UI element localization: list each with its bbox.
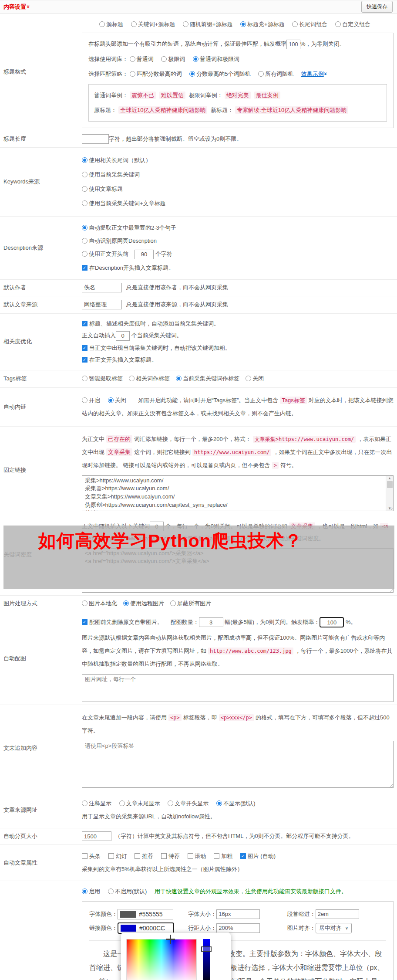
scroll-up-icon[interactable]: ▲ [388,476,391,480]
section-article-attrs: 自动文章属性 头条 幻灯 推荐 特荐 滚动 加粗 图片 (自动) 采集到的文章有… [0,845,397,881]
radio-strat-all-random[interactable]: 所有词随机 [258,69,293,79]
font-size-input[interactable] [216,909,260,919]
radio-smart-tags[interactable]: 智能提取标签 [82,375,123,383]
image-align-select[interactable]: 居中对齐∨ [316,923,352,933]
section-append-content: 文末追加内容 在文章末尾追加一段内容，请使用<p>标签段落，即<p>xxx</p… [0,705,397,792]
line-height-input[interactable] [216,923,260,933]
radio-custom-combo[interactable]: 自定义组合 [335,20,370,29]
section-keyword-density: 关键词密度 正文中随机插入以下关键词 个，每行一个，为0则关闭。可以是单独的词语… [0,514,397,596]
radio-layout-off[interactable]: 不启用(默认) [108,886,147,897]
font-color-input[interactable] [138,910,173,918]
radio-keyword-source-title[interactable]: 关键词+源标题 [131,20,175,29]
default-author-input[interactable] [82,283,122,292]
fixed-links-textarea[interactable]: 采集>https://www.ucaiyun.com/ 采集器>https://… [82,476,386,511]
checkbox-bold-keyword[interactable]: 当正文中出现当前采集关键词时，自动把该关键词加粗。 [82,344,231,353]
section-label: 固定链接 [3,429,55,511]
checkbox-attr-slide[interactable]: 幻灯 [108,852,127,861]
title-length-input[interactable] [82,134,109,144]
scrollbar-thumb[interactable] [387,481,393,488]
link-color-input[interactable] [138,924,173,932]
radio-icon [335,21,341,27]
default-source-input[interactable] [82,300,122,309]
scrollbar[interactable]: ▲ ▼ [386,476,393,511]
radio-longtail-combo[interactable]: 长尾词组合 [292,20,327,29]
trigger-probability-input[interactable] [286,40,300,49]
radio-icon [170,600,176,606]
checkbox-attr-bold[interactable]: 加粗 [214,852,232,861]
radio-source-title[interactable]: 源标题 [99,20,123,29]
section-default-author: 默认作者 总是直接使用该作者，而不会从网页采集 [0,280,397,296]
radio-strat-highest[interactable]: 匹配分数最高的词 [130,69,182,79]
radio-related-longtail[interactable]: 使用相关长尾词（默认） [82,156,151,165]
link-color-picker[interactable] [118,922,174,934]
radio-article-title[interactable]: 使用文章标题 [82,185,123,193]
radio-extract-sentences[interactable]: 自动提取正文中最重要的2-3个句子 [82,224,176,232]
title-format-radio-group: 源标题 关键词+源标题 随机前缀+源标题 标题党+源标题 长尾词组合 自定义组合 [99,20,394,29]
image-urls-textarea[interactable] [82,674,394,702]
radio-show-comment[interactable]: 注释显示 [82,799,111,808]
image-probability-input[interactable] [320,617,344,627]
checkbox-remove-original-images[interactable]: 配图前先删除原文自带图片。 [82,617,163,628]
radio-icon [123,600,129,606]
checkbox-attr-scroll[interactable]: 滚动 [188,852,206,861]
checkbox-icon [82,357,87,363]
quick-save-button[interactable]: 快速保存 [361,1,393,13]
radio-autolink-on[interactable]: 开启 [82,394,100,407]
radio-remote-images[interactable]: 使用远程图片 [123,600,164,607]
radio-localize-images[interactable]: 图片本地化 [82,600,117,607]
radio-icon [130,56,135,62]
radio-body-prefix[interactable]: 使用正文开头前 [82,250,128,258]
image-count-input[interactable] [199,617,223,627]
radio-icon [183,21,188,27]
radio-show-end[interactable]: 文章末尾显示 [119,799,160,808]
radio-related-word-tags[interactable]: 相关词作标签 [129,375,170,383]
checkbox-insert-title-body[interactable]: 在正文开头插入文章标题。 [82,356,157,364]
clickbait-config-box: 在标题头部添加一个有吸引力的短语，系统自动计算，保证最佳匹配，触发概率%，为零则… [82,33,394,128]
checkbox-attr-image[interactable]: 图片 (自动) [240,852,276,861]
prefix-chars-input[interactable] [135,250,154,259]
chevron-down-icon[interactable]: » [26,5,31,8]
radio-tags-off[interactable]: 关闭 [246,375,264,383]
hue-slider-handle[interactable] [201,946,212,952]
append-content-textarea[interactable] [82,741,394,788]
radio-icon [130,71,135,77]
checkbox-attr-headline[interactable]: 头条 [82,852,101,861]
checkbox-attr-recommend[interactable]: 推荐 [135,852,153,861]
demo-link[interactable]: 效果示例 [301,71,324,77]
watermark-text: 如何高效学习Python爬虫技术？ [38,529,394,553]
layout-config-box: 字体颜色： 字体大小： 段首缩进： [82,901,394,980]
radio-icon [82,600,87,606]
checkbox-low-relevance-add-keyword[interactable]: 标题、描述相关度低时，自动添加当前采集关键词。 [82,319,219,328]
radio-strat-top5-random[interactable]: 分数最高的5个词随机 [189,69,250,79]
radio-lib-extreme[interactable]: 极限词 [161,54,185,64]
pagination-size-input[interactable] [82,831,111,841]
radio-clickbait-title[interactable]: 标题党+源标题 [240,20,285,29]
hue-slider[interactable] [203,939,210,980]
checkbox-insert-title-description[interactable]: 在Description开头插入文章标题。 [82,264,174,272]
insert-keyword-count-input[interactable] [116,331,130,341]
radio-keyword-plus-title[interactable]: 使用当前采集关键词+文章标题 [82,199,166,208]
radio-current-keyword-tags[interactable]: 当前采集关键词作标签 [176,375,239,383]
radio-lib-normal[interactable]: 普通词 [130,54,154,64]
radio-icon [82,186,87,192]
radio-current-keyword[interactable]: 使用当前采集关键词 [82,170,140,179]
radio-lib-both[interactable]: 普通词和极限词 [193,54,239,64]
radio-autolink-off[interactable]: 关闭 [108,394,126,407]
section-description-source: Description来源 自动提取正文中最重要的2-3个句子 自动识别原网页D… [0,217,397,280]
section-custom-layout: 自定义排版 启用 不启用(默认) 用于快速设置文章的外观显示效果，注意使用此功能… [0,881,397,980]
radio-original-description[interactable]: 自动识别原网页Description [82,237,157,245]
radio-layout-on[interactable]: 启用 [82,886,100,897]
radio-random-prefix-title[interactable]: 随机前缀+源标题 [183,20,233,29]
indent-input[interactable] [316,909,359,919]
checkbox-attr-special[interactable]: 特荐 [161,852,180,861]
font-color-picker[interactable] [118,909,173,919]
section-label: 默认作者 [3,282,55,293]
section-auto-image: 自动配图 配图前先删除原文自带图片。 配图数量： 幅(最多5幅)，为0则关闭。触… [0,612,397,705]
radio-show-start[interactable]: 文章开头显示 [168,799,209,808]
radio-icon [82,172,87,177]
radio-block-images[interactable]: 屏蔽所有图片 [170,600,211,607]
example-word: 难以置信 [159,92,185,99]
radio-icon [176,376,182,381]
radio-show-none[interactable]: 不显示(默认) [216,799,256,808]
color-gradient-area[interactable] [126,939,197,980]
